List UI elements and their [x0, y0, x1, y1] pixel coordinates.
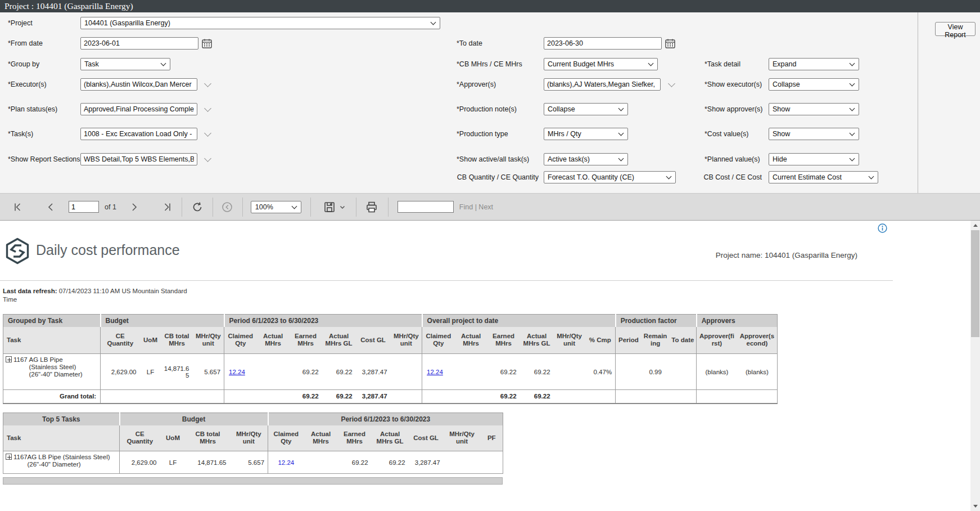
project-select[interactable]: 104401 (Gasparilla Energy) — [80, 17, 440, 29]
page-title-bar: Project : 104401 (Gasparilla Energy) — [0, 0, 980, 12]
group-header: Period 6/1/2023 to 6/30/2023 — [224, 315, 422, 327]
production-notes-select[interactable]: Collapse — [544, 103, 628, 115]
expand-icon[interactable] — [6, 356, 12, 362]
chevron-down-icon — [618, 156, 624, 162]
cell: 69.22 — [372, 451, 409, 474]
plan-statuses-input[interactable] — [80, 103, 197, 115]
cell: 2,629.00 — [120, 451, 160, 474]
show-executors-select[interactable]: Collapse — [769, 78, 859, 91]
chevron-down-icon — [291, 203, 297, 209]
scroll-down-button[interactable] — [970, 501, 980, 511]
table-row: 1167 AG LB Pipe (Stainless Steel) (26"-4… — [3, 451, 503, 474]
vertical-scrollbar[interactable] — [970, 221, 980, 511]
production-notes-label: *Production note(s) — [457, 103, 517, 116]
previous-page-button[interactable] — [46, 202, 55, 212]
cell — [616, 354, 642, 390]
view-report-button[interactable]: View Report — [935, 22, 976, 36]
zoom-select[interactable]: 100% — [251, 201, 301, 213]
chevron-down-icon — [648, 61, 654, 66]
calendar-icon[interactable] — [665, 38, 677, 49]
project-label: *Project — [8, 17, 33, 30]
top-5-tasks-table: Top 5 Tasks Budget Period 6/1/2023 to 6/… — [3, 413, 503, 474]
report-sections-input[interactable] — [80, 153, 197, 165]
company-logo — [4, 237, 30, 265]
column-header: Actual MHrs — [304, 425, 338, 451]
approvers-input[interactable] — [544, 78, 661, 91]
info-icon[interactable] — [878, 223, 887, 233]
cell: 14,871.65 — [161, 354, 193, 390]
find-input[interactable] — [398, 201, 454, 213]
cb-ce-quantity-label: CB Quantity / CE Quantity — [410, 171, 539, 184]
report-title: Daily cost performance — [36, 242, 180, 258]
cell: 3,287.47 — [409, 451, 444, 474]
show-active-tasks-select[interactable]: Active task(s) — [544, 153, 628, 165]
chevron-down-icon — [618, 131, 624, 136]
cb-ce-mhrs-select[interactable]: Current Budget MHrs — [544, 58, 658, 70]
chevron-down-icon[interactable] — [204, 155, 211, 162]
to-date-input[interactable] — [544, 37, 662, 50]
toolbar-separator — [356, 198, 356, 217]
executors-label: *Executor(s) — [8, 78, 47, 91]
scroll-up-button[interactable] — [970, 221, 980, 230]
cell — [444, 451, 481, 474]
task-detail-label: *Task detail — [704, 58, 740, 71]
expand-icon[interactable] — [6, 454, 12, 460]
cost-values-select[interactable]: Show — [769, 128, 859, 140]
table-row: 1167 AG LB Pipe (Stainless Steel) (26"-4… — [3, 354, 778, 390]
chevron-down-icon[interactable] — [339, 204, 346, 210]
column-header: CE Quantity — [120, 425, 160, 451]
approver-cell: (blanks) — [697, 354, 737, 390]
chevron-down-icon[interactable] — [204, 129, 211, 137]
chevron-down-icon[interactable] — [204, 80, 211, 87]
planned-values-select[interactable]: Hide — [769, 153, 859, 165]
chevron-down-icon[interactable] — [668, 80, 675, 87]
cell — [481, 451, 503, 474]
group-header: Overall project to date — [422, 315, 616, 327]
chevron-down-icon — [850, 156, 855, 162]
table-column-header-row: Task CE Quantity UoM CB total MHrs MHr/Q… — [3, 425, 503, 451]
chevron-down-icon[interactable] — [204, 105, 211, 112]
group-by-select[interactable]: Task — [80, 58, 170, 70]
executors-input[interactable] — [80, 78, 197, 91]
cell: 69.22 — [338, 451, 372, 474]
calendar-icon[interactable] — [201, 38, 214, 49]
column-header: UoM — [140, 327, 161, 354]
print-button[interactable] — [365, 201, 378, 213]
cb-ce-cost-select[interactable]: Current Estimate Cost — [769, 171, 878, 183]
cell: 5.657 — [230, 451, 268, 474]
back-to-parent-button[interactable] — [221, 201, 233, 213]
next-page-button[interactable] — [130, 202, 139, 212]
cell: 5.657 — [193, 354, 224, 390]
cell: 69.22 — [290, 354, 322, 390]
column-header: Claimed Qty — [224, 327, 257, 354]
column-header: Cost GL — [356, 327, 391, 354]
group-header: Budget — [120, 413, 268, 425]
last-page-button[interactable] — [162, 202, 173, 212]
claimed-qty-link[interactable]: 12.24 — [427, 369, 443, 375]
cell — [455, 354, 487, 390]
claimed-qty-link[interactable]: 12.24 — [229, 369, 245, 375]
cell: 2,629.00 — [101, 354, 140, 390]
production-type-label: *Production type — [457, 128, 508, 141]
export-button[interactable] — [323, 201, 336, 213]
claimed-qty-link[interactable]: 12.24 — [278, 459, 294, 466]
tasks-input[interactable] — [80, 128, 197, 140]
column-header: CB total MHrs — [186, 425, 230, 451]
cell — [257, 354, 290, 390]
first-page-button[interactable] — [12, 202, 22, 212]
chevron-down-icon — [850, 106, 855, 111]
cell: 0.47% — [585, 354, 616, 390]
task-detail-select[interactable]: Expand — [769, 58, 859, 70]
production-type-select[interactable]: MHrs / Qty — [544, 128, 628, 140]
from-date-input[interactable] — [80, 37, 198, 50]
scrollbar-thumb[interactable] — [971, 230, 979, 337]
column-header: MHr/Qty unit — [391, 327, 422, 354]
find-next-links[interactable]: Find | Next — [459, 203, 493, 211]
show-approvers-select[interactable]: Show — [769, 103, 859, 115]
refresh-button[interactable] — [191, 201, 204, 213]
column-header: Actual MHrs GL — [372, 425, 409, 451]
grand-total-row: Grand total: 69.22 69.22 3,287.47 69.22 … — [3, 390, 778, 404]
page-number-input[interactable] — [69, 201, 99, 213]
cell — [670, 354, 697, 390]
cell — [304, 451, 338, 474]
